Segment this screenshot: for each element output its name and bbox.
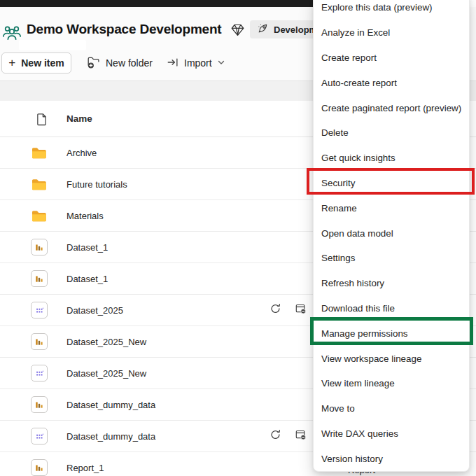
menu-item-manage-permissions[interactable]: Manage permissions — [314, 321, 469, 346]
report-icon — [31, 459, 48, 476]
item-name: Dataset_dummy_data — [66, 400, 155, 410]
item-name: Dataset_2025_New — [66, 368, 146, 379]
menu-item-version-history[interactable]: Version history — [314, 446, 469, 471]
menu-item-view-item-lineage[interactable]: View item lineage — [314, 371, 469, 396]
item-name: Dataset_1 — [66, 242, 108, 253]
folder-icon — [31, 146, 47, 160]
diamond-icon — [230, 22, 245, 40]
report-icon — [31, 270, 48, 287]
menu-item-explore-this-data-preview[interactable]: Explore this data (preview) — [314, 0, 469, 20]
folder-icon — [31, 178, 47, 191]
folder-icon — [31, 209, 47, 223]
menu-item-refresh-history[interactable]: Refresh history — [314, 271, 469, 296]
plus-icon: + — [8, 57, 15, 69]
browser-top-strip — [0, 0, 313, 7]
scheduled-refresh-icon[interactable] — [295, 429, 307, 444]
menu-item-delete[interactable]: Delete — [314, 120, 469, 146]
folder-add-icon — [87, 55, 100, 71]
chevron-down-icon — [217, 57, 225, 69]
new-folder-button[interactable]: New folder — [87, 52, 153, 74]
workspace-people-group-icon — [1, 22, 22, 46]
document-icon — [36, 113, 48, 129]
rocket-icon — [257, 22, 269, 36]
report-icon — [31, 239, 48, 255]
menu-item-open-data-model[interactable]: Open data model — [314, 220, 469, 246]
menu-item-security[interactable]: Security — [314, 171, 469, 196]
context-menu: Explore this data (preview)Analyze in Ex… — [313, 0, 470, 472]
menu-item-view-workspace-lineage[interactable]: View workspace lineage — [314, 346, 469, 371]
item-name: Archive — [66, 148, 97, 158]
refresh-icon[interactable] — [270, 303, 281, 318]
menu-item-download-this-file[interactable]: Download this file — [314, 296, 469, 321]
menu-item-create-paginated-report-preview[interactable]: Create paginated report (preview) — [314, 95, 469, 120]
menu-item-settings[interactable]: Settings — [314, 246, 469, 271]
menu-item-auto-create-report[interactable]: Auto-create report — [314, 70, 469, 95]
import-label: Import — [184, 57, 212, 69]
report-icon — [31, 396, 48, 413]
menu-item-analyze-in-excel[interactable]: Analyze in Excel — [314, 20, 469, 46]
item-name: Dataset_2025_New — [66, 337, 146, 347]
workspace-title: Demo Workspace Development — [27, 22, 221, 37]
menu-item-move-to[interactable]: Move to — [314, 396, 469, 421]
menu-item-write-dax-queries[interactable]: Write DAX queries — [314, 421, 469, 447]
menu-item-rename[interactable]: Rename — [314, 195, 469, 220]
semantic-model-icon — [31, 365, 48, 382]
new-item-button[interactable]: + New item — [1, 52, 71, 74]
redacted-area — [19, 40, 86, 50]
powerbi-workspace-screen: Demo Workspace Development Development +… — [0, 0, 476, 476]
report-icon — [31, 333, 48, 350]
import-arrow-icon — [167, 56, 179, 71]
menu-item-create-report[interactable]: Create report — [314, 46, 469, 71]
item-name: Report_1 — [66, 463, 104, 473]
item-name: Materials — [66, 211, 104, 221]
new-folder-label: New folder — [106, 57, 153, 69]
import-button[interactable]: Import — [167, 52, 225, 74]
scheduled-refresh-icon[interactable] — [295, 303, 307, 318]
menu-item-get-quick-insights[interactable]: Get quick insights — [314, 146, 469, 171]
new-item-label: New item — [21, 57, 64, 69]
column-header-name[interactable]: Name — [66, 113, 92, 124]
refresh-icon[interactable] — [270, 429, 281, 444]
item-name: Dataset_1 — [66, 274, 108, 284]
item-name: Future tutorials — [66, 179, 127, 190]
